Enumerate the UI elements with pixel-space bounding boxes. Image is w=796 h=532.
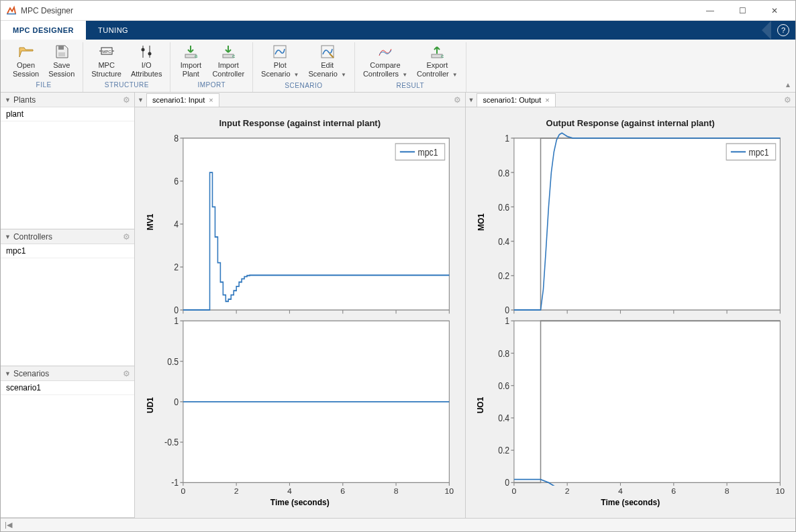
svg-text:4: 4: [618, 487, 623, 495]
plot-scenario-button[interactable]: PlotScenario ▼: [257, 42, 303, 81]
svg-text:6: 6: [671, 487, 676, 495]
gear-icon[interactable]: ⚙: [123, 95, 130, 105]
save-session-button[interactable]: SaveSession: [44, 42, 79, 80]
gear-icon[interactable]: ⚙: [123, 232, 130, 242]
gear-icon[interactable]: ⚙: [123, 369, 130, 378]
io-attributes-button[interactable]: I/OAttributes: [127, 42, 166, 80]
list-item[interactable]: scenario1: [1, 381, 134, 395]
axes-mo1[interactable]: MO100.20.40.60.81mpc1: [474, 131, 788, 314]
svg-text:6: 6: [340, 487, 345, 495]
svg-text:0: 0: [505, 477, 509, 486]
svg-text:mpc1: mpc1: [748, 147, 768, 158]
svg-text:1: 1: [174, 315, 179, 326]
sidebar: ▼Plants⚙ plant ▼Controllers⚙ mpc1 ▼Scena…: [1, 93, 135, 518]
tab-mpc-designer[interactable]: MPC DESIGNER: [1, 21, 86, 40]
gear-icon[interactable]: ⚙: [784, 95, 791, 105]
svg-point-10: [148, 52, 152, 56]
x-axis-label: Time (seconds): [474, 496, 788, 510]
list-item[interactable]: plant: [1, 107, 134, 121]
export-controller-button[interactable]: C ExportController ▼: [413, 42, 462, 81]
svg-text:0.2: 0.2: [498, 445, 509, 456]
app-logo-icon: [6, 5, 17, 16]
svg-text:0.6: 0.6: [498, 202, 509, 213]
toolstrip: OpenSession SaveSession FILE MPC MPCStru…: [1, 40, 795, 93]
open-session-button[interactable]: OpenSession: [9, 42, 43, 80]
import-plant-icon: G: [183, 44, 199, 60]
compare-controllers-button[interactable]: CompareControllers ▼: [359, 42, 411, 81]
close-button[interactable]: ✕: [759, 1, 790, 21]
svg-text:2: 2: [174, 262, 179, 272]
group-file-label: FILE: [36, 80, 52, 91]
group-result-label: RESULT: [396, 81, 424, 92]
tab-scenario1-output[interactable]: scenario1: Output×: [477, 93, 555, 107]
list-item[interactable]: mpc1: [1, 244, 134, 258]
export-icon: C: [429, 44, 445, 60]
svg-text:0.2: 0.2: [498, 270, 509, 281]
svg-text:0: 0: [511, 487, 516, 495]
svg-text:-1: -1: [171, 477, 179, 486]
plot-scenario-icon: [272, 44, 288, 60]
svg-text:1: 1: [505, 133, 509, 144]
plants-panel-header[interactable]: ▼Plants⚙: [1, 93, 134, 107]
tab-tuning[interactable]: TUNING: [86, 21, 140, 40]
import-plant-button[interactable]: G ImportPlant: [175, 42, 207, 80]
close-icon[interactable]: ×: [209, 96, 213, 104]
svg-text:0.6: 0.6: [498, 380, 509, 391]
compare-icon: [377, 44, 393, 60]
import-controller-button[interactable]: C ImportController: [208, 42, 248, 80]
chevron-down-icon: ▼: [341, 72, 346, 78]
svg-text:C: C: [232, 54, 236, 58]
svg-text:4: 4: [287, 487, 292, 495]
mpc-structure-icon: MPC: [99, 44, 115, 60]
svg-text:0: 0: [181, 487, 185, 495]
svg-rect-62: [513, 138, 779, 310]
svg-text:mpc1: mpc1: [418, 147, 438, 158]
rewind-icon[interactable]: |◀: [5, 521, 12, 529]
svg-text:1: 1: [505, 315, 509, 326]
edit-scenario-icon: [319, 44, 336, 60]
svg-rect-0: [7, 13, 16, 15]
maximize-button[interactable]: ☐: [727, 1, 758, 21]
svg-text:4: 4: [174, 219, 179, 229]
svg-text:0.8: 0.8: [498, 348, 509, 358]
svg-text:0: 0: [174, 396, 179, 407]
gear-icon[interactable]: ⚙: [454, 95, 461, 105]
svg-rect-2: [58, 52, 65, 56]
svg-text:6: 6: [174, 176, 179, 187]
svg-text:10: 10: [775, 487, 785, 495]
svg-text:10: 10: [445, 487, 454, 495]
group-structure-label: STRUCTURE: [105, 80, 149, 91]
help-button[interactable]: ?: [771, 21, 795, 40]
chevron-down-icon: ▼: [452, 72, 458, 78]
minimize-button[interactable]: ―: [695, 1, 726, 21]
controllers-panel-header[interactable]: ▼Controllers⚙: [1, 229, 134, 244]
axes-ud1[interactable]: UD1-1-0.500.510246810: [143, 314, 457, 497]
svg-text:8: 8: [394, 487, 399, 495]
axes-mv1[interactable]: MV102468mpc1: [143, 131, 457, 314]
mpc-structure-button[interactable]: MPC MPCStructure: [87, 42, 126, 80]
save-icon: [54, 44, 70, 60]
scenarios-panel-header[interactable]: ▼Scenarios⚙: [1, 366, 134, 381]
collapse-toolstrip-button[interactable]: ▴: [786, 80, 790, 89]
titlebar: MPC Designer ― ☐ ✕: [1, 1, 795, 21]
svg-text:8: 8: [724, 487, 729, 495]
svg-text:MPC: MPC: [102, 50, 111, 54]
svg-text:G: G: [195, 54, 198, 58]
scenarios-list: scenario1: [1, 381, 134, 517]
group-scenario-label: SCENARIO: [285, 81, 322, 92]
svg-text:0.4: 0.4: [498, 236, 509, 247]
plot-title: Input Response (against internal plant): [143, 118, 457, 128]
svg-text:2: 2: [234, 487, 239, 495]
folder-open-icon: [18, 44, 34, 60]
edit-scenario-button[interactable]: EditScenario ▼: [304, 42, 350, 81]
status-bar: |◀: [1, 518, 795, 531]
input-response-pane: ▼ scenario1: Input× ⚙ Input Response (ag…: [135, 93, 466, 518]
chevron-down-icon: ▼: [294, 72, 299, 78]
svg-text:0.4: 0.4: [498, 413, 509, 423]
close-icon[interactable]: ×: [545, 96, 549, 104]
group-import-label: IMPORT: [197, 80, 226, 91]
svg-rect-84: [513, 321, 779, 482]
tab-scenario1-input[interactable]: scenario1: Input×: [146, 93, 219, 107]
axes-uo1[interactable]: UO100.20.40.60.810246810: [474, 314, 788, 497]
svg-text:2: 2: [564, 487, 569, 495]
